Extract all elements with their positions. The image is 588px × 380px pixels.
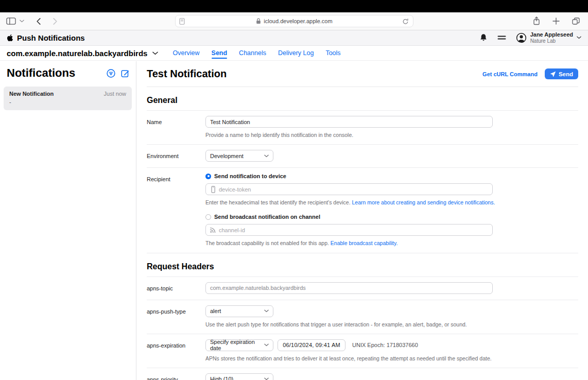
browser-toolbar: icloud.developer.apple.com bbox=[0, 12, 588, 30]
main-content: Test Notification Get cURL Command Send … bbox=[137, 61, 588, 380]
name-helper: Provide a name to help identify this not… bbox=[205, 131, 578, 139]
user-menu[interactable]: Jane Appleseed Nature Lab bbox=[516, 31, 581, 44]
chevron-down-icon bbox=[264, 343, 269, 347]
sidebar-chevron-down-icon[interactable] bbox=[20, 20, 24, 23]
channel-id-input[interactable] bbox=[205, 224, 493, 236]
apns-topic-label: apns-topic bbox=[147, 282, 205, 294]
apns-priority-value: High (10) bbox=[210, 376, 233, 380]
broadcast-radio[interactable]: Send broadcast notification on channel bbox=[205, 214, 578, 220]
apns-expiration-label: apns-expiration bbox=[147, 339, 205, 362]
apns-push-type-helper: Use the alert push type for notification… bbox=[205, 321, 578, 328]
send-button-label: Send bbox=[559, 71, 573, 77]
device-phone-icon bbox=[210, 186, 217, 193]
chevron-down-icon bbox=[264, 309, 269, 313]
app-header: Push Notifications Jane Appleseed Nature… bbox=[0, 30, 588, 46]
tab-bar: Overview Send Channels Delivery Log Tool… bbox=[172, 46, 340, 60]
compose-icon[interactable] bbox=[121, 69, 130, 78]
apns-expiration-select[interactable]: Specify expiration date bbox=[205, 339, 273, 351]
lock-icon bbox=[256, 18, 261, 24]
radio-selected-icon[interactable] bbox=[205, 174, 211, 179]
radio-unselected-icon[interactable] bbox=[205, 214, 211, 220]
request-headers-heading: Request Headers bbox=[147, 253, 578, 277]
app-id-label: com.example.naturelab.backyardbirds bbox=[7, 49, 147, 58]
reload-icon[interactable] bbox=[402, 18, 409, 25]
device-helper-text: Enter the hexadecimal tes that identify … bbox=[205, 199, 351, 205]
tab-delivery-log[interactable]: Delivery Log bbox=[278, 46, 314, 60]
apns-push-type-label: apns-push-type bbox=[147, 305, 205, 328]
broadcast-rss-icon bbox=[210, 227, 216, 233]
notifications-bell-icon[interactable] bbox=[479, 33, 488, 42]
sidebar-toggle-icon[interactable] bbox=[6, 17, 16, 25]
name-row: Name Provide a name to help identify thi… bbox=[147, 111, 578, 145]
environment-value: Development bbox=[210, 153, 244, 159]
user-org: Nature Lab bbox=[530, 38, 573, 44]
apns-push-type-value: alert bbox=[210, 308, 221, 314]
app-nav: com.example.naturelab.backyardbirds Over… bbox=[0, 46, 588, 61]
notifications-sidebar: Notifications New Notification Just now … bbox=[0, 61, 136, 380]
send-button[interactable]: Send bbox=[545, 68, 578, 79]
tab-tools[interactable]: Tools bbox=[325, 46, 340, 60]
apns-push-type-row: apns-push-type alert Use the alert push … bbox=[147, 300, 578, 334]
apns-priority-label: apns-priority bbox=[147, 373, 205, 380]
device-token-input[interactable] bbox=[205, 183, 493, 195]
notification-item-time: Just now bbox=[104, 91, 126, 97]
environment-select[interactable]: Development bbox=[205, 150, 273, 162]
avatar bbox=[516, 32, 527, 43]
unix-epoch-text: UNIX Epoch: 1718037660 bbox=[352, 342, 418, 348]
apns-expiration-row: apns-expiration Specify expiration date … bbox=[147, 334, 578, 368]
page-settings-icon[interactable] bbox=[179, 18, 185, 25]
app-id-selector[interactable]: com.example.naturelab.backyardbirds bbox=[7, 46, 158, 60]
share-icon[interactable] bbox=[533, 16, 540, 25]
device-helper: Enter the hexadecimal tes that identify … bbox=[205, 199, 578, 206]
name-label: Name bbox=[147, 116, 205, 139]
name-input[interactable] bbox=[205, 116, 493, 128]
apns-expiration-helper: APNs stores the notification and tries t… bbox=[205, 355, 578, 362]
broadcast-helper: The broadcast capability is not enabled … bbox=[205, 239, 578, 247]
chevron-down-icon bbox=[264, 377, 269, 380]
back-button-icon[interactable] bbox=[36, 18, 41, 25]
page-title: Test Notification bbox=[147, 68, 227, 80]
forward-button-icon[interactable] bbox=[53, 18, 58, 25]
apns-priority-select[interactable]: High (10) bbox=[205, 373, 273, 380]
tab-overview[interactable]: Overview bbox=[172, 46, 199, 60]
url-text: icloud.developer.apple.com bbox=[264, 18, 332, 24]
apns-expiration-value: Specify expiration date bbox=[210, 339, 264, 351]
recipient-row: Recipient Send notification to device En… bbox=[147, 168, 578, 253]
tab-channels[interactable]: Channels bbox=[239, 46, 266, 60]
new-tab-icon[interactable] bbox=[552, 18, 560, 25]
address-bar[interactable]: icloud.developer.apple.com bbox=[175, 15, 413, 27]
sidebar-title: Notifications bbox=[7, 66, 75, 80]
notification-item-title: New Notification bbox=[9, 91, 54, 97]
apple-logo-icon bbox=[7, 34, 13, 42]
device-radio-label: Send notification to device bbox=[214, 173, 286, 179]
environment-label: Environment bbox=[147, 150, 205, 162]
user-chevron-down-icon bbox=[577, 36, 581, 39]
tab-overview-icon[interactable] bbox=[572, 18, 580, 25]
broadcast-helper-text: The broadcast capability is not enabled … bbox=[205, 240, 329, 246]
app-id-chevron-down-icon bbox=[152, 51, 158, 55]
notification-item-subtitle: - bbox=[9, 99, 126, 105]
expiration-date-input[interactable] bbox=[278, 339, 345, 351]
user-name: Jane Appleseed bbox=[530, 31, 573, 38]
apns-priority-row: apns-priority High (10) The notification… bbox=[147, 368, 578, 380]
recipient-label: Recipient bbox=[147, 173, 205, 247]
paper-plane-icon bbox=[550, 71, 556, 77]
apns-topic-input[interactable] bbox=[205, 282, 493, 294]
apns-push-type-select[interactable]: alert bbox=[205, 305, 273, 317]
tab-send[interactable]: Send bbox=[212, 46, 228, 60]
notification-list-item[interactable]: New Notification Just now - bbox=[4, 87, 132, 110]
menu-icon[interactable] bbox=[497, 34, 506, 41]
apns-topic-row: apns-topic bbox=[147, 277, 578, 300]
environment-row: Environment Development bbox=[147, 145, 578, 168]
macos-menubar bbox=[0, 0, 588, 12]
device-learn-more-link[interactable]: Learn more about creating and sending de… bbox=[352, 199, 495, 205]
general-heading: General bbox=[147, 87, 578, 111]
app-title: Push Notifications bbox=[17, 33, 85, 42]
broadcast-radio-label: Send broadcast notification on channel bbox=[214, 214, 320, 220]
filter-icon[interactable] bbox=[107, 69, 115, 78]
chevron-down-icon bbox=[264, 154, 269, 158]
get-curl-command-link[interactable]: Get cURL Command bbox=[482, 71, 538, 77]
enable-broadcast-link[interactable]: Enable broadcast capability. bbox=[331, 240, 398, 246]
device-radio[interactable]: Send notification to device bbox=[205, 173, 578, 179]
